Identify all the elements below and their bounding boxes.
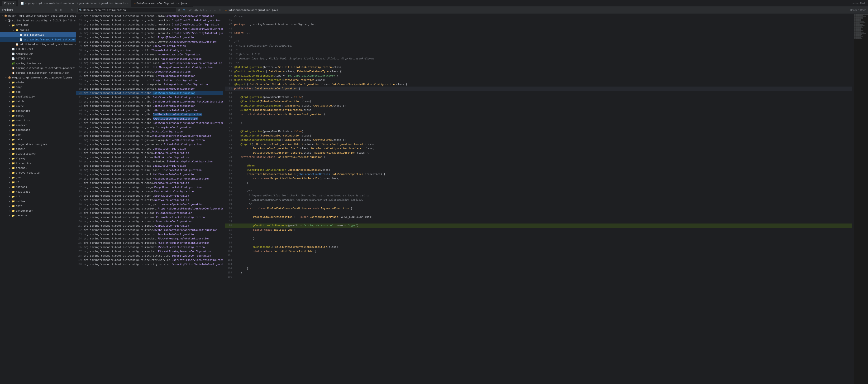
imports-tab-close[interactable]: ✕: [127, 2, 129, 5]
import-line-82[interactable]: 82 org.springframework.boot.autoconfigur…: [76, 142, 223, 146]
pkg-dao[interactable]: 📁 dao: [0, 132, 76, 137]
import-line-80[interactable]: 80 org.springframework.boot.autoconfigur…: [76, 134, 223, 138]
pkg-hateoas[interactable]: 📁 hateoas: [0, 184, 76, 189]
import-line-96[interactable]: 96 org.springframework.boot.autoconfigur…: [76, 202, 223, 206]
import-line-97[interactable]: 97 org.springframework.boot.autoconfigur…: [76, 206, 223, 211]
import-line-86[interactable]: 86 org.springframework.boot.autoconfigur…: [76, 159, 223, 164]
pkg-couchbase[interactable]: 📁 couchbase: [0, 127, 76, 132]
pkg-h2[interactable]: 📁 h2: [0, 180, 76, 184]
import-line-87[interactable]: 87 org.springframework.boot.autoconfigur…: [76, 164, 223, 168]
case-sensitive-btn[interactable]: Cc: [182, 8, 187, 12]
import-line-99[interactable]: 99 org.springframework.boot.autoconfigur…: [76, 215, 223, 219]
reader-mode-button[interactable]: Reader Mode: [851, 2, 866, 4]
import-line-67[interactable]: 67 org.springframework.boot.autoconfigur…: [76, 78, 223, 82]
jar-item[interactable]: 🗜 spring-boot-autoconfigure-3.2.3.jar li…: [0, 18, 76, 23]
import-line-73[interactable]: 73 org.springframework.boot.autoconfigur…: [76, 104, 223, 108]
import-line-55[interactable]: 55 org.springframework.boot.autoconfigur…: [76, 27, 223, 31]
org-package-item[interactable]: 📦 org.springframework.boot.autoconfigure: [0, 75, 76, 80]
imports-file-item[interactable]: 📄 org.springframework.boot.autoconfigure…: [0, 37, 76, 42]
spring-config-meta-item[interactable]: 📋 spring-configuration-metadata.json: [0, 70, 76, 75]
pkg-flyway[interactable]: 📁 flyway: [0, 156, 76, 161]
pkg-aop[interactable]: 📁 aop: [0, 89, 76, 94]
import-line-108[interactable]: 108 org.springframework.boot.autoconfigu…: [76, 254, 223, 258]
project-dropdown[interactable]: Project ▾: [2, 1, 17, 5]
import-line-77[interactable]: 77 org.springframework.boot.autoconfigur…: [76, 121, 223, 125]
pkg-availability[interactable]: 📁 availability: [0, 94, 76, 99]
pkg-freemarker[interactable]: 📁 freemarker: [0, 161, 76, 166]
pkg-gson[interactable]: 📁 gson: [0, 175, 76, 180]
import-line-75[interactable]: 75 org.springframework.boot.autoconfigur…: [76, 112, 223, 117]
import-line-101[interactable]: 101 org.springframework.boot.autoconfigu…: [76, 224, 223, 228]
spring-factories-item[interactable]: 🌿 spring.factories: [0, 61, 76, 66]
sidebar-collapse-btn[interactable]: —: [64, 8, 69, 12]
filter-btn[interactable]: ≡: [213, 8, 217, 12]
import-line-69[interactable]: 69 org.springframework.boot.autoconfigur…: [76, 87, 223, 91]
import-line-62[interactable]: 62 org.springframework.boot.autoconfigur…: [76, 57, 223, 61]
pkg-graphql[interactable]: 📁 graphql: [0, 166, 76, 170]
pkg-data[interactable]: 📁 data: [0, 137, 76, 142]
import-line-61[interactable]: 61 org.springframework.boot.autoconfigur…: [76, 52, 223, 57]
import-line-106[interactable]: 106 org.springframework.boot.autoconfigu…: [76, 245, 223, 249]
pkg-amqp[interactable]: 📁 amqp: [0, 85, 76, 89]
spring-folder-item[interactable]: 📁 spring: [0, 28, 76, 32]
import-line-107[interactable]: 107 org.springframework.boot.autoconfigu…: [76, 249, 223, 254]
import-line-52[interactable]: 52 org.springframework.boot.autoconfigur…: [76, 14, 223, 18]
pkg-elasticsearch[interactable]: 📁 elasticsearch: [0, 151, 76, 156]
import-line-104[interactable]: 104 org.springframework.boot.autoconfigu…: [76, 236, 223, 241]
next-match-btn[interactable]: ↓: [209, 8, 212, 12]
import-line-103[interactable]: 103 org.springframework.boot.autoconfigu…: [76, 232, 223, 236]
import-line-56[interactable]: 56 org.springframework.boot.autoconfigur…: [76, 31, 223, 35]
import-line-78[interactable]: 78 org.springframework.boot.autoconfigur…: [76, 125, 223, 129]
import-line-63[interactable]: 63 org.springframework.boot.autoconfigur…: [76, 61, 223, 65]
import-line-102[interactable]: 102 org.springframework.boot.autoconfigu…: [76, 228, 223, 232]
import-line-65[interactable]: 65 org.springframework.boot.autoconfigur…: [76, 69, 223, 74]
import-line-94[interactable]: 94 org.springframework.boot.autoconfigur…: [76, 194, 223, 198]
import-line-85[interactable]: 85 org.springframework.boot.autoconfigur…: [76, 155, 223, 159]
import-line-89[interactable]: 89 org.springframework.boot.autoconfigur…: [76, 172, 223, 176]
imports-editor-tab[interactable]: 📄 org.springframework.boot.autoconfigure…: [18, 0, 132, 7]
sidebar-close-btn[interactable]: ✕: [70, 8, 74, 12]
java-editor-tab[interactable]: ☕ DataSourceAutoConfiguration.java ✕: [132, 0, 193, 7]
pkg-http[interactable]: 📁 http: [0, 194, 76, 199]
manifest-item[interactable]: 📄 MANIFEST.MF: [0, 51, 76, 56]
pkg-cassandra[interactable]: 📁 cassandra: [0, 109, 76, 113]
spring-autoconfigure-meta-item[interactable]: 📋 spring-autoconfigure-metadata.properti…: [0, 66, 76, 70]
reader-mode-label[interactable]: Reader Mode: [850, 9, 866, 11]
pkg-condition[interactable]: 📁 condition: [0, 118, 76, 123]
refresh-btn[interactable]: ↺: [177, 8, 181, 12]
import-line-54[interactable]: 54 org.springframework.boot.autoconfigur…: [76, 22, 223, 27]
pkg-info[interactable]: 📁 info: [0, 204, 76, 208]
import-line-105[interactable]: 105 org.springframework.boot.autoconfigu…: [76, 241, 223, 245]
java-tab-close[interactable]: ✕: [188, 2, 190, 5]
import-line-68[interactable]: 68 org.springframework.boot.autoconfigur…: [76, 82, 223, 87]
code-content[interactable]: // ... 46 47 package org.springframework…: [223, 14, 854, 384]
close-search-btn[interactable]: ✕: [218, 8, 222, 12]
aot-factories-item[interactable]: 📋 aot.factories: [0, 32, 76, 37]
import-line-58[interactable]: 58 org.springframework.boot.autoconfigur…: [76, 39, 223, 44]
sidebar-settings-btn[interactable]: ⚙: [54, 8, 58, 12]
import-line-64[interactable]: 64 org.springframework.boot.autoconfigur…: [76, 65, 223, 69]
prev-match-btn[interactable]: ↑: [205, 8, 208, 12]
whole-word-btn[interactable]: W: [188, 8, 192, 12]
pkg-diagnostics[interactable]: 📁 diagnostics.analyzer: [0, 142, 76, 146]
import-line-71[interactable]: 71 org.springframework.boot.autoconfigur…: [76, 95, 223, 99]
pkg-admin[interactable]: 📁 admin: [0, 80, 76, 85]
import-line-98[interactable]: 98 org.springframework.boot.autoconfigur…: [76, 211, 223, 215]
pkg-jackson[interactable]: 📁 jackson: [0, 213, 76, 218]
import-line-76[interactable]: 76 org.springframework.boot.autoconfigur…: [76, 117, 223, 121]
notice-item[interactable]: 📄 NOTICE.txt: [0, 56, 76, 61]
additional-spring-item[interactable]: 📋 additional-spring-configuration-metada…: [0, 42, 76, 47]
import-line-70[interactable]: 70 org.springframework.boot.autoconfigur…: [76, 91, 223, 95]
import-line-81[interactable]: 81 org.springframework.boot.autoconfigur…: [76, 138, 223, 142]
pkg-batch[interactable]: 📁 batch: [0, 99, 76, 104]
import-line-95[interactable]: 95 org.springframework.boot.autoconfigur…: [76, 198, 223, 202]
import-line-93[interactable]: 93 org.springframework.boot.autoconfigur…: [76, 189, 223, 194]
pkg-integration[interactable]: 📁 integration: [0, 208, 76, 213]
pkg-domain[interactable]: 📁 domain: [0, 146, 76, 151]
pkg-influx[interactable]: 📁 influx: [0, 199, 76, 204]
import-line-66[interactable]: 66 org.springframework.boot.autoconfigur…: [76, 74, 223, 78]
license-item[interactable]: 📄 LICENSE.txt: [0, 47, 76, 51]
import-line-88[interactable]: 88 org.springframework.boot.autoconfigur…: [76, 168, 223, 172]
pkg-codec[interactable]: 📁 codec: [0, 113, 76, 118]
import-line-84[interactable]: 84 org.springframework.boot.autoconfigur…: [76, 151, 223, 155]
